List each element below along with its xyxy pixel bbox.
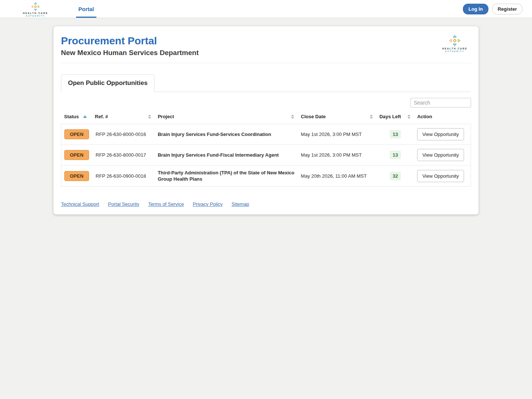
- column-label: Action: [417, 114, 432, 119]
- nav-links: Portal: [76, 0, 96, 18]
- days-left-badge: 13: [390, 151, 401, 159]
- sort-icon[interactable]: [370, 115, 373, 119]
- column-label: Project: [158, 114, 174, 119]
- zia-symbol-icon: [447, 34, 462, 47]
- column-header-ref[interactable]: Ref. #: [92, 110, 155, 124]
- page-subtitle: New Mexico Human Services Department: [61, 49, 199, 57]
- column-label: Close Date: [301, 114, 325, 119]
- hca-card-logo: HEALTH CARE AUTHORITY: [443, 34, 467, 52]
- project-name: Third-Party Administration (TPA) of the …: [155, 166, 298, 187]
- column-label: Ref. #: [95, 114, 108, 119]
- column-header-project[interactable]: Project: [155, 110, 298, 124]
- search-input[interactable]: [410, 98, 471, 108]
- table-row: OPEN RFP 26-630-8000-0016 Brain Injury S…: [61, 124, 471, 145]
- brand-name: HEALTH CARE: [23, 12, 48, 14]
- days-left-badge: 32: [390, 172, 401, 180]
- procurement-portal-card: Procurement Portal New Mexico Human Serv…: [53, 26, 479, 215]
- column-header-close-date[interactable]: Close Date: [298, 110, 376, 124]
- sort-icon[interactable]: [148, 115, 151, 119]
- view-opportunity-button[interactable]: View Opportunity: [417, 149, 464, 161]
- hca-logo: HEALTH CARE AUTHORITY: [24, 0, 47, 18]
- card-header: Procurement Portal New Mexico Human Serv…: [61, 34, 471, 57]
- sort-icon[interactable]: [291, 115, 294, 119]
- table-header-row: Status Ref. # Project: [61, 110, 471, 124]
- login-button[interactable]: Log In: [463, 4, 488, 14]
- ref-number: RFP 26-630-8000-0016: [92, 124, 155, 145]
- status-badge: OPEN: [64, 171, 89, 181]
- project-name: Brain Injury Services Fund-Fiscal Interm…: [155, 145, 298, 166]
- top-navbar: HEALTH CARE AUTHORITY Portal Log In Regi…: [0, 0, 532, 18]
- brand-subname: AUTHORITY: [26, 15, 45, 17]
- column-header-action: Action: [414, 110, 471, 124]
- ref-number: RFP 26-630-8000-0017: [92, 145, 155, 166]
- close-date: May 1st 2026, 3:00 PM MST: [298, 124, 376, 145]
- footer-link-sitemap[interactable]: Sitemap: [232, 201, 249, 207]
- project-name: Brain Injury Services Fund-Services Coor…: [155, 124, 298, 145]
- table-row: OPEN RFP 26-630-8000-0017 Brain Injury S…: [61, 145, 471, 166]
- ref-number: RFP 26-630-0900-0018: [92, 166, 155, 187]
- nav-actions: Log In Register: [463, 0, 522, 18]
- sort-icon[interactable]: [407, 115, 410, 119]
- brand-subname: AUTHORITY: [445, 50, 465, 52]
- days-left-badge: 13: [390, 130, 401, 139]
- tab-bar: Open Public Opportunities: [61, 74, 471, 92]
- footer-links: Technical Support Portal Security Terms …: [61, 201, 471, 207]
- status-badge: OPEN: [64, 129, 89, 139]
- page-title: Procurement Portal: [61, 35, 199, 47]
- footer-link-privacy-policy[interactable]: Privacy Policy: [193, 201, 223, 207]
- footer-link-portal-security[interactable]: Portal Security: [108, 201, 139, 207]
- zia-symbol-icon: [30, 2, 41, 11]
- status-badge: OPEN: [64, 150, 89, 160]
- footer-link-technical-support[interactable]: Technical Support: [61, 201, 99, 207]
- column-header-status[interactable]: Status: [61, 110, 92, 124]
- close-date: May 20th 2026, 11:00 AM MST: [298, 166, 376, 187]
- close-date: May 1st 2026, 3:00 PM MST: [298, 145, 376, 166]
- header-divider: [61, 63, 471, 63]
- opportunities-table: Status Ref. # Project: [61, 110, 471, 187]
- search-row: [61, 98, 471, 108]
- register-button[interactable]: Register: [492, 4, 522, 14]
- column-label: Days Left: [379, 114, 401, 119]
- table-row: OPEN RFP 26-630-0900-0018 Third-Party Ad…: [61, 166, 471, 187]
- column-label: Status: [64, 114, 79, 119]
- brand-name: HEALTH CARE: [442, 47, 467, 50]
- nav-tab-portal[interactable]: Portal: [76, 0, 96, 18]
- column-header-days-left[interactable]: Days Left: [376, 110, 414, 124]
- view-opportunity-button[interactable]: View Opportunity: [417, 128, 464, 140]
- sort-ascending-icon[interactable]: [83, 115, 87, 118]
- tab-open-public-opportunities[interactable]: Open Public Opportunities: [61, 74, 154, 92]
- view-opportunity-button[interactable]: View Opportunity: [417, 170, 464, 182]
- footer-link-terms-of-service[interactable]: Terms of Service: [148, 201, 184, 207]
